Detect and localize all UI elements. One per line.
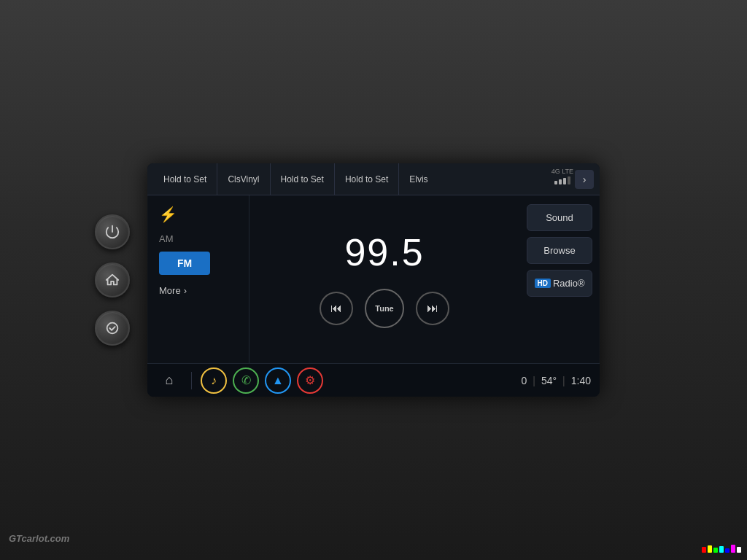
- status-bar: 0 | 54° | 1:40: [522, 375, 592, 386]
- preset-5[interactable]: Elvis: [399, 163, 438, 195]
- bluetooth-icon: ⚡: [159, 206, 237, 223]
- home-icon: [104, 272, 120, 288]
- preset-nav-arrow[interactable]: ›: [575, 170, 594, 189]
- check-icon: [104, 320, 120, 336]
- preset-items: Hold to Set ClsVinyl Hold to Set Hold to…: [147, 163, 444, 195]
- next-button[interactable]: ⏭: [416, 292, 449, 325]
- radio-label: Radio®: [553, 278, 585, 289]
- browse-button[interactable]: Browse: [527, 237, 592, 264]
- prev-button[interactable]: ⏮: [320, 292, 353, 325]
- center-panel: 99.5 ⏮ Tune ⏭: [249, 195, 519, 363]
- power-button[interactable]: [95, 214, 130, 249]
- power-icon: [104, 224, 120, 240]
- home-button[interactable]: [95, 262, 130, 298]
- hd-badge: HD: [535, 279, 551, 288]
- more-link[interactable]: More ›: [159, 285, 237, 296]
- bottom-home-button[interactable]: ⌂: [156, 368, 182, 394]
- signal-bars: [551, 176, 573, 184]
- sound-button[interactable]: Sound: [527, 204, 592, 231]
- signal-bar-3: [563, 178, 566, 184]
- signal-bar-4: [568, 176, 570, 184]
- preset-bar: Hold to Set ClsVinyl Hold to Set Hold to…: [147, 163, 600, 195]
- hd-radio-button[interactable]: HD Radio®: [527, 270, 592, 297]
- physical-controls: [95, 214, 130, 346]
- phone-button[interactable]: ✆: [233, 368, 259, 394]
- signal-bar-2: [559, 179, 562, 184]
- onstar-button[interactable]: ⚙: [297, 368, 323, 394]
- playback-controls: ⏮ Tune ⏭: [320, 289, 449, 328]
- preset-1[interactable]: Hold to Set: [153, 163, 217, 195]
- preset-4[interactable]: Hold to Set: [335, 163, 399, 195]
- tune-button[interactable]: Tune: [365, 289, 404, 328]
- preset-2[interactable]: ClsVinyl: [217, 163, 270, 195]
- infotainment-screen: Hold to Set ClsVinyl Hold to Set Hold to…: [147, 163, 600, 397]
- color-bars-decoration: [702, 545, 741, 553]
- frequency-display: 99.5: [344, 230, 424, 274]
- watermark: GTcarlot.com: [9, 533, 69, 544]
- preset-3[interactable]: Hold to Set: [271, 163, 335, 195]
- media-button[interactable]: ♪: [201, 368, 227, 394]
- svg-point-0: [107, 323, 118, 334]
- signal-bar-1: [554, 181, 557, 184]
- bottom-bar: ⌂ ♪ ✆ ▲ ⚙ 0 | 54° | 1:40: [147, 363, 600, 397]
- fm-band-button[interactable]: FM: [159, 252, 210, 275]
- am-band-label[interactable]: AM: [159, 233, 237, 244]
- check-button[interactable]: [95, 311, 130, 346]
- divider-1: [191, 372, 192, 389]
- right-panel: Sound Browse HD Radio®: [519, 195, 600, 363]
- left-panel: ⚡ AM FM More ›: [147, 195, 249, 363]
- navigation-button[interactable]: ▲: [265, 368, 291, 394]
- dashboard-background: Hold to Set ClsVinyl Hold to Set Hold to…: [0, 0, 747, 560]
- signal-indicator: 4G LTE: [551, 168, 573, 184]
- temperature-display: 54°: [541, 375, 557, 386]
- main-content: ⚡ AM FM More › 99.5 ⏮ Tune ⏭: [147, 195, 600, 363]
- notification-count: 0: [522, 375, 527, 386]
- time-display: 1:40: [571, 375, 591, 386]
